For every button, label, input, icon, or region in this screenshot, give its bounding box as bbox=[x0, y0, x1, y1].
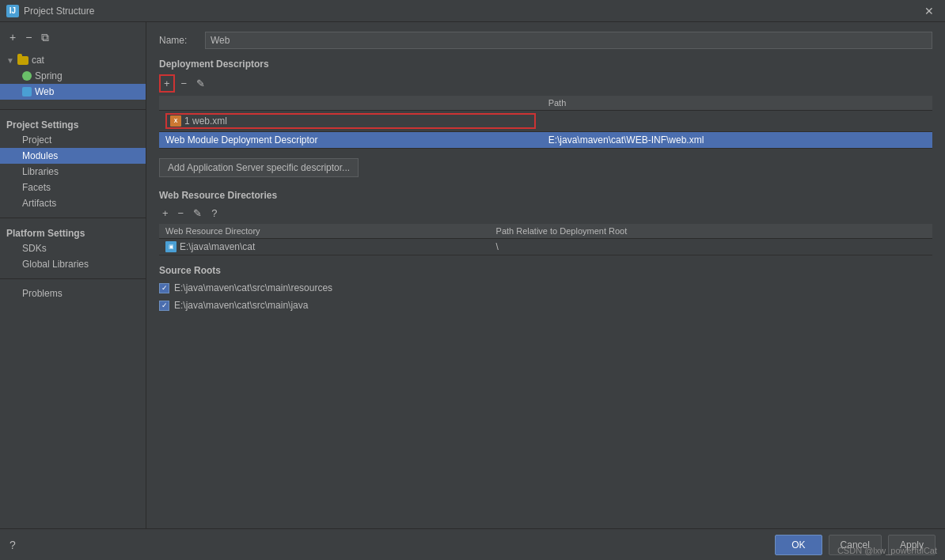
dd-row-1-path bbox=[542, 111, 932, 132]
deployment-descriptors-header: Deployment Descriptors bbox=[159, 59, 932, 70]
dd-row-2[interactable]: Web Module Deployment Descriptor E:\java… bbox=[159, 132, 932, 149]
wr-remove-button[interactable]: − bbox=[175, 206, 188, 221]
ok-button[interactable]: OK bbox=[775, 535, 822, 555]
title-bar: IJ Project Structure ✕ bbox=[0, 0, 945, 22]
name-row: Name: bbox=[159, 32, 932, 49]
remove-module-button[interactable]: − bbox=[22, 29, 35, 45]
project-settings-label: Project Settings bbox=[0, 116, 146, 132]
name-label: Name: bbox=[159, 35, 199, 46]
action-buttons: OK Cancel Apply bbox=[775, 535, 936, 555]
spring-icon bbox=[22, 71, 32, 81]
tree-item-spring[interactable]: Spring bbox=[0, 68, 146, 84]
sidebar-item-project[interactable]: Project bbox=[0, 132, 146, 148]
sidebar-item-problems[interactable]: Problems bbox=[0, 286, 146, 301]
dd-toolbar: + − ✎ bbox=[159, 74, 932, 93]
sidebar-item-global-libraries[interactable]: Global Libraries bbox=[0, 256, 146, 272]
modules-label: Modules bbox=[22, 150, 58, 161]
add-module-button[interactable]: + bbox=[6, 29, 19, 45]
source-root-2-checkbox[interactable] bbox=[159, 301, 169, 311]
folder-icon bbox=[17, 56, 28, 65]
wr-table: Web Resource Directory Path Relative to … bbox=[159, 224, 932, 255]
source-root-1: E:\java\maven\cat\src\main\resources bbox=[159, 281, 932, 295]
project-label: Project bbox=[22, 134, 51, 146]
artifacts-label: Artifacts bbox=[22, 198, 56, 209]
close-button[interactable]: ✕ bbox=[920, 3, 939, 19]
tree-item-spring-label: Spring bbox=[35, 70, 63, 81]
dd-add-button[interactable]: + bbox=[161, 76, 173, 91]
tree-item-cat[interactable]: ▼ cat bbox=[0, 52, 146, 68]
module-tree: ▼ cat Spring Web bbox=[0, 49, 146, 103]
wr-edit-button[interactable]: ✎ bbox=[190, 206, 205, 221]
chevron-icon: ▼ bbox=[6, 56, 14, 65]
sdks-label: SDKs bbox=[22, 243, 47, 254]
web-resource-header: Web Resource Directories bbox=[159, 190, 932, 201]
source-roots-header: Source Roots bbox=[159, 265, 932, 276]
tree-item-cat-label: cat bbox=[32, 55, 44, 66]
dd-add-highlight: + bbox=[159, 74, 175, 93]
bottom-bar: ? OK Cancel Apply bbox=[0, 528, 945, 560]
main-layout: + − ⧉ ▼ cat Spring Web Project Settings bbox=[0, 22, 945, 528]
app-icon: IJ bbox=[6, 5, 19, 17]
wr-toolbar: + − ✎ ? bbox=[159, 206, 932, 221]
dd-remove-button[interactable]: − bbox=[178, 76, 191, 91]
source-root-2-path: E:\java\maven\cat\src\main\java bbox=[174, 300, 308, 311]
sidebar-item-sdks[interactable]: SDKs bbox=[0, 240, 146, 256]
platform-settings-label: Platform Settings bbox=[0, 225, 146, 240]
xml-icon: X bbox=[170, 115, 181, 127]
wr-col-directory: Web Resource Directory bbox=[159, 224, 490, 239]
nav-toolbar: + − ⧉ bbox=[0, 25, 146, 49]
dd-row-2-name: Web Module Deployment Descriptor bbox=[159, 132, 542, 149]
dd-row-2-path: E:\java\maven\cat\WEB-INF\web.xml bbox=[542, 132, 932, 149]
apply-button[interactable]: Apply bbox=[888, 535, 936, 555]
source-root-1-path: E:\java\maven\cat\src\main\resources bbox=[174, 282, 332, 293]
web-icon bbox=[22, 87, 32, 96]
add-descriptor-button[interactable]: Add Application Server specific descript… bbox=[159, 158, 359, 177]
dd-col-path: Path bbox=[542, 96, 932, 111]
window-title: Project Structure bbox=[24, 6, 94, 17]
help-button[interactable]: ? bbox=[9, 539, 16, 551]
content-area: Name: Deployment Descriptors + − ✎ Path bbox=[146, 22, 945, 528]
sidebar: + − ⧉ ▼ cat Spring Web Project Settings bbox=[0, 22, 146, 528]
wr-add-button[interactable]: + bbox=[159, 206, 172, 221]
title-bar-left: IJ Project Structure bbox=[6, 5, 94, 17]
cancel-button[interactable]: Cancel bbox=[829, 535, 882, 555]
wr-row-1-dir: ▣ E:\java\maven\cat bbox=[159, 239, 490, 255]
dd-edit-button[interactable]: ✎ bbox=[193, 76, 208, 91]
facets-label: Facets bbox=[22, 182, 51, 193]
wr-col-path: Path Relative to Deployment Root bbox=[490, 224, 932, 239]
dd-col-name bbox=[159, 96, 542, 111]
dd-row-1-highlight: X 1 web.xml bbox=[165, 113, 536, 129]
sidebar-item-artifacts[interactable]: Artifacts bbox=[0, 195, 146, 211]
copy-module-button[interactable]: ⧉ bbox=[38, 29, 52, 46]
wr-row-1-path: \ bbox=[490, 239, 932, 255]
libraries-label: Libraries bbox=[22, 166, 59, 177]
name-input[interactable] bbox=[205, 32, 932, 49]
dd-table: Path X 1 web.xml Web Module Deploy bbox=[159, 96, 932, 149]
wr-help-button[interactable]: ? bbox=[208, 206, 220, 221]
problems-label: Problems bbox=[22, 288, 63, 299]
dd-row-1[interactable]: X 1 web.xml bbox=[159, 111, 932, 132]
sidebar-item-libraries[interactable]: Libraries bbox=[0, 164, 146, 180]
tree-item-web-label: Web bbox=[35, 86, 54, 97]
global-libraries-label: Global Libraries bbox=[22, 259, 89, 270]
tree-item-web[interactable]: Web bbox=[0, 84, 146, 100]
sidebar-item-facets[interactable]: Facets bbox=[0, 180, 146, 195]
dir-icon: ▣ bbox=[165, 241, 176, 252]
source-root-2: E:\java\maven\cat\src\main\java bbox=[159, 298, 932, 312]
dd-row-1-name: X 1 web.xml bbox=[159, 111, 542, 132]
wr-row-1[interactable]: ▣ E:\java\maven\cat \ bbox=[159, 239, 932, 255]
source-root-1-checkbox[interactable] bbox=[159, 283, 169, 293]
sidebar-item-modules[interactable]: Modules bbox=[0, 148, 146, 164]
